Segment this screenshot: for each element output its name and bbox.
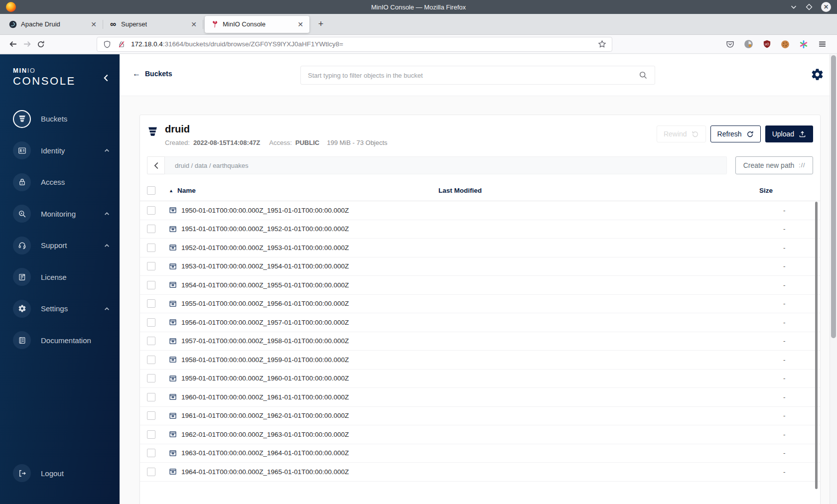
new-tab-button[interactable]: + xyxy=(313,16,329,32)
object-row[interactable]: 1952-01-01T00:00:00.000Z_1953-01-01T00:0… xyxy=(140,239,820,257)
object-row[interactable]: 1956-01-01T00:00:00.000Z_1957-01-01T00:0… xyxy=(140,313,820,332)
window-minimize-icon[interactable] xyxy=(790,3,797,10)
row-checkbox[interactable] xyxy=(147,337,155,345)
pocket-icon[interactable] xyxy=(725,39,735,49)
chevron-up-icon[interactable] xyxy=(104,244,110,248)
sidebar-item-identity[interactable]: Identity xyxy=(0,135,120,167)
druid-favicon xyxy=(9,20,17,28)
object-row[interactable]: 1950-01-01T00:00:00.000Z_1951-01-01T00:0… xyxy=(140,201,820,220)
back-to-buckets-link[interactable]: ← Buckets xyxy=(133,69,172,78)
ublock-shield-icon[interactable]: uO xyxy=(762,39,772,49)
object-row[interactable]: 1961-01-01T00:00:00.000Z_1962-01-01T00:0… xyxy=(140,407,820,426)
row-checkbox[interactable] xyxy=(147,318,155,327)
profile-badge-icon[interactable] xyxy=(743,39,753,49)
object-row[interactable]: 1962-01-01T00:00:00.000Z_1963-01-01T00:0… xyxy=(140,425,820,444)
row-checkbox[interactable] xyxy=(147,206,155,215)
object-row[interactable]: 1954-01-01T00:00:00.000Z_1955-01-01T00:0… xyxy=(140,276,820,295)
row-checkbox[interactable] xyxy=(147,411,155,420)
sidebar-item-buckets[interactable]: Buckets xyxy=(0,103,120,135)
page-scrollbar xyxy=(830,54,837,504)
row-checkbox[interactable] xyxy=(147,225,155,233)
tab-close-icon[interactable]: ✕ xyxy=(89,19,99,29)
shield-icon[interactable] xyxy=(102,39,112,49)
tab-close-icon[interactable]: ✕ xyxy=(295,19,305,29)
bookmark-star-icon[interactable] xyxy=(597,39,607,49)
tab-minio-console[interactable]: MinIO Console ✕ xyxy=(205,16,309,33)
chevron-up-icon[interactable] xyxy=(104,148,110,152)
sidebar-item-settings[interactable]: Settings xyxy=(0,293,120,325)
object-row[interactable]: 1951-01-01T00:00:00.000Z_1952-01-01T00:0… xyxy=(140,220,820,239)
row-checkbox[interactable] xyxy=(147,374,155,382)
row-checkbox[interactable] xyxy=(147,244,155,252)
id-card-icon xyxy=(13,141,31,159)
column-header-size[interactable]: Size xyxy=(759,187,773,194)
row-checkbox[interactable] xyxy=(147,281,155,289)
object-row[interactable]: 1958-01-01T00:00:00.000Z_1959-01-01T00:0… xyxy=(140,351,820,370)
bucket-usage: 199 MiB - 73 Objects xyxy=(327,139,387,146)
upload-icon xyxy=(799,130,806,138)
sort-ascending-icon[interactable]: ▲ xyxy=(169,188,173,193)
select-all-checkbox[interactable] xyxy=(147,186,155,195)
object-name: 1962-01-01T00:00:00.000Z_1963-01-01T00:0… xyxy=(181,431,349,438)
row-checkbox[interactable] xyxy=(147,299,155,308)
tab-apache-druid[interactable]: Apache Druid ✕ xyxy=(3,16,103,33)
row-checkbox[interactable] xyxy=(147,468,155,476)
lock-icon xyxy=(13,173,31,191)
cookie-icon[interactable] xyxy=(780,39,790,49)
sidebar-collapse-icon[interactable] xyxy=(103,74,109,82)
object-row[interactable]: 1957-01-01T00:00:00.000Z_1958-01-01T00:0… xyxy=(140,332,820,351)
object-row[interactable]: 1960-01-01T00:00:00.000Z_1961-01-01T00:0… xyxy=(140,388,820,407)
search-input[interactable] xyxy=(308,72,639,79)
sidebar-item-logout[interactable]: Logout xyxy=(0,458,120,490)
rewind-button[interactable]: Rewind xyxy=(657,126,706,142)
insecure-lock-icon[interactable] xyxy=(117,39,127,49)
upload-button[interactable]: Upload xyxy=(765,126,813,142)
object-name: 1956-01-01T00:00:00.000Z_1957-01-01T00:0… xyxy=(181,319,349,326)
window-close-icon[interactable]: ✕ xyxy=(821,2,831,12)
url-text[interactable]: 172.18.0.4:31664/buckets/druid/browse/ZG… xyxy=(131,40,343,48)
row-checkbox[interactable] xyxy=(147,262,155,270)
page-scrollbar-thumb[interactable] xyxy=(831,55,836,338)
settings-gear-icon[interactable] xyxy=(811,68,824,81)
object-row[interactable]: 1953-01-01T00:00:00.000Z_1954-01-01T00:0… xyxy=(140,257,820,276)
tab-close-icon[interactable]: ✕ xyxy=(189,19,199,29)
row-checkbox[interactable] xyxy=(147,356,155,364)
object-row[interactable]: 1964-01-01T00:00:00.000Z_1965-01-01T00:0… xyxy=(140,463,820,482)
object-row[interactable]: 1963-01-01T00:00:00.000Z_1964-01-01T00:0… xyxy=(140,444,820,463)
forward-button[interactable] xyxy=(20,37,34,51)
column-header-last-modified[interactable]: Last Modified xyxy=(438,187,482,194)
object-row[interactable]: 1955-01-01T00:00:00.000Z_1956-01-01T00:0… xyxy=(140,295,820,314)
folder-icon xyxy=(169,393,177,401)
window-maximize-icon[interactable] xyxy=(806,3,813,10)
url-bar[interactable]: 172.18.0.4:31664/buckets/druid/browse/ZG… xyxy=(97,37,612,52)
table-scrollbar[interactable] xyxy=(815,202,818,489)
chevron-up-icon[interactable] xyxy=(104,307,110,311)
column-header-name[interactable]: Name xyxy=(177,187,196,194)
minio-console-logo: MINIO CONSOLE xyxy=(0,54,120,87)
row-checkbox[interactable] xyxy=(147,393,155,401)
row-checkbox[interactable] xyxy=(147,449,155,457)
sidebar-item-documentation[interactable]: Documentation xyxy=(0,325,120,357)
object-name: 1959-01-01T00:00:00.000Z_1960-01-01T00:0… xyxy=(181,375,349,382)
path-back-button[interactable] xyxy=(147,156,165,174)
breadcrumb[interactable]: druid / data / earthquakes xyxy=(165,156,727,174)
sidebar-item-monitoring[interactable]: Monitoring xyxy=(0,198,120,230)
tab-separator xyxy=(203,20,203,29)
sidebar-item-license[interactable]: License xyxy=(0,261,120,293)
hamburger-menu-icon[interactable] xyxy=(817,39,827,49)
refresh-button[interactable]: Refresh xyxy=(710,126,761,142)
gear-icon xyxy=(13,300,31,318)
sidebar-item-access[interactable]: Access xyxy=(0,166,120,198)
document-icon xyxy=(13,331,31,349)
colorful-asterisk-extension-icon[interactable] xyxy=(799,39,809,49)
sidebar-item-support[interactable]: Support xyxy=(0,230,120,261)
row-checkbox[interactable] xyxy=(147,430,155,439)
reload-button[interactable] xyxy=(34,37,48,51)
back-button[interactable] xyxy=(6,37,20,51)
object-row[interactable]: 1959-01-01T00:00:00.000Z_1960-01-01T00:0… xyxy=(140,370,820,388)
folder-icon xyxy=(169,262,177,270)
monitor-search-icon xyxy=(13,205,31,223)
tab-superset[interactable]: ∞ Superset ✕ xyxy=(103,16,203,33)
create-new-path-button[interactable]: Create new path :/​/ xyxy=(735,156,813,174)
chevron-up-icon[interactable] xyxy=(104,212,110,216)
